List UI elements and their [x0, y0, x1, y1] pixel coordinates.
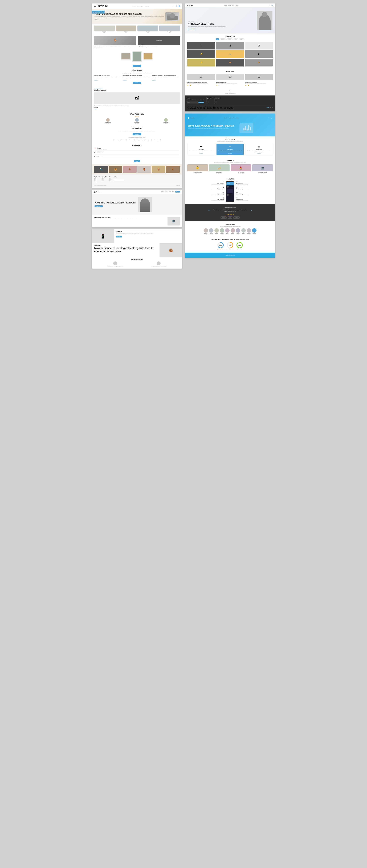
feature-icon-4: ◇ [187, 197, 224, 199]
site3-nav-about[interactable]: About [229, 117, 231, 118]
table-price: $89 [116, 32, 137, 33]
social-links: f t g+ [176, 185, 180, 186]
port-item-3[interactable]: 🎧 [245, 42, 273, 50]
newsletter-input[interactable] [114, 179, 124, 181]
site4-nav-home[interactable]: Home [161, 191, 164, 192]
news-item-1-link[interactable]: Read more [94, 80, 122, 81]
showcase-table[interactable] [121, 53, 131, 60]
news-item-2-link[interactable]: Read more [123, 80, 151, 81]
fb-icon[interactable]: f [176, 185, 177, 186]
user-icon[interactable]: 👤 [178, 5, 180, 7]
site2-nav-blog[interactable]: Blog [232, 5, 234, 6]
site3-fb-icon[interactable]: f [268, 117, 269, 119]
table-img [116, 26, 137, 31]
site2-logo: Artiste [187, 4, 193, 6]
nav-about[interactable]: About [137, 5, 140, 7]
site3-nav-contact[interactable]: Contact [236, 117, 238, 118]
site3-nav-blog[interactable]: Blog [232, 117, 234, 118]
site2-nav-portfolio[interactable]: Portfolio [224, 5, 227, 6]
pf-link[interactable]: Shop Now [94, 109, 180, 110]
port-item-6[interactable]: 📱 [245, 50, 273, 58]
site4-nav-about[interactable]: About [165, 191, 167, 192]
person-silhouette [259, 14, 271, 30]
test-item-1: GRACE MARTIN Designer [94, 118, 122, 124]
site2-nav-contact[interactable]: Contact [235, 5, 238, 6]
port-item-5[interactable]: 🚲 [216, 50, 244, 58]
nav-home[interactable]: Home [132, 5, 135, 7]
site4-signup-btn[interactable]: Sign up [175, 191, 180, 192]
phone-icon: 📞 [94, 152, 96, 153]
port-item-4[interactable]: 🔑 [187, 50, 215, 58]
site3-nav-icons: f t g+ [268, 117, 273, 119]
heart-icon[interactable]: ♡ [173, 5, 174, 7]
tab-plugin[interactable]: PLUGIN [233, 38, 238, 40]
site4-hero-btn[interactable]: Read more → [94, 205, 103, 207]
site1-hero: 12 Samples File FURNITURE IS MEANT TO BE… [92, 9, 182, 24]
news-item-3-title: Which Travel Search Site Is Best? 6 Hand… [152, 75, 180, 76]
site1-feature-row: Auto Mechanic We always thought that des… [92, 35, 182, 50]
news-item-3-link[interactable]: Read more [152, 80, 180, 81]
tab-wp-theme[interactable]: WP THEME [226, 38, 232, 40]
obj-learn-3[interactable]: Learn More [247, 153, 271, 154]
jdi-title: Just do it [187, 159, 273, 161]
nav-blog[interactable]: Blog [141, 5, 143, 7]
site2-nav-about[interactable]: About [228, 5, 231, 6]
obj-learn-1[interactable]: Learn More [189, 153, 214, 154]
news-item-3: Which Travel Search Site Is Best? 6 Hand… [152, 75, 180, 81]
nf-cat-1: REVIEW [187, 81, 215, 82]
member-name-3: Member 3 [215, 233, 219, 234]
news-see-more-btn[interactable]: See More [133, 82, 141, 84]
site2-subscribe-btn[interactable]: Subscribe [198, 102, 204, 103]
site2-copyright: © 2016 ARTISTE by Envato reserved [187, 106, 233, 110]
site3-gp-icon[interactable]: g+ [271, 117, 273, 119]
showcase-chair-tall[interactable] [132, 51, 142, 62]
reaction-2-2: ❤ [218, 85, 219, 86]
portfolio-section: PORTFOLIO ALL Wordpress WP THEME PLUGIN … [185, 33, 275, 69]
product-sofa[interactable]: Sofa Single $199 [94, 26, 115, 33]
site5-read-btn[interactable]: Read More [116, 236, 122, 238]
obj-desc-3: A small though it keeps a standard along… [247, 150, 271, 152]
gallery-stool: 🪑 [166, 166, 180, 173]
site2-footer-col-3: Featured Post LoremIpsumDolorAmet [215, 98, 220, 104]
port-item-9[interactable]: 📦 [245, 59, 273, 66]
showcase-btn[interactable]: Learn More [133, 65, 141, 67]
port-item-2[interactable]: 📱 [216, 42, 244, 50]
obj-learn-2[interactable]: Learn More [218, 153, 243, 154]
tab-website[interactable]: WEBSITE [239, 38, 245, 40]
site2-search-icon[interactable]: 🔍 [272, 5, 273, 6]
tab-wordpress[interactable]: Wordpress [220, 38, 226, 40]
port-item-7[interactable]: 🔑 [187, 59, 215, 66]
product-table[interactable]: Side Table $89 [116, 26, 137, 33]
hire-me-btn[interactable]: Hire Me → [188, 28, 195, 30]
search-icon[interactable]: 🔍 [175, 5, 177, 7]
site2-heart-icon[interactable]: ♡ [269, 5, 271, 6]
nf-desc-1: We always thought that design and comfor… [187, 83, 215, 84]
product-dining[interactable]: Dining Table $299 [137, 26, 158, 33]
site1-nav: Furniture Home About Blog Contact ♡ 🔍 👤 [92, 3, 182, 9]
gp-icon[interactable]: g+ [178, 185, 180, 186]
site3-tw-icon[interactable]: t [270, 117, 270, 119]
site4-nav-blog[interactable]: Blog [172, 191, 174, 192]
tw-icon[interactable]: t [177, 185, 178, 186]
nav-contact[interactable]: Contact [145, 5, 149, 7]
product-chair[interactable]: Lounge Chair $249 [159, 26, 180, 33]
br-btn[interactable]: Learn More [133, 133, 141, 135]
showcase-stool[interactable] [143, 53, 153, 60]
brand-logos: Quntum Brandified Backbonify Bagelgroup … [94, 139, 180, 141]
site3-nav-solutions[interactable]: Solutions [224, 117, 227, 118]
tab-all[interactable]: ALL [216, 38, 219, 40]
contact-send-btn[interactable]: Send [134, 160, 140, 162]
address-value: 123 Main Street, City, Country [97, 149, 107, 150]
site2-footer-col-2: Popular Pages LoremIpsumDolorAmet [206, 98, 213, 104]
quote-close: " [251, 209, 252, 213]
port-item-1[interactable]: 🎧 [187, 42, 215, 50]
site2-email-input[interactable] [187, 101, 198, 103]
port-item-8[interactable]: 📦 [216, 59, 244, 66]
gallery-chair-red: 🪑 [123, 166, 137, 173]
site4-nav-team[interactable]: Team [169, 191, 171, 192]
logo-triangle-icon [94, 5, 96, 7]
feature-budget: Budget Analyst We always thought that de… [138, 36, 180, 49]
site2-fc2-items: LoremIpsumDolorAmet [206, 99, 213, 104]
progress-circle-2: 50% [227, 242, 233, 249]
feature-right-2: ★ Type something Lorem ipsum dolor sit a… [236, 186, 273, 190]
